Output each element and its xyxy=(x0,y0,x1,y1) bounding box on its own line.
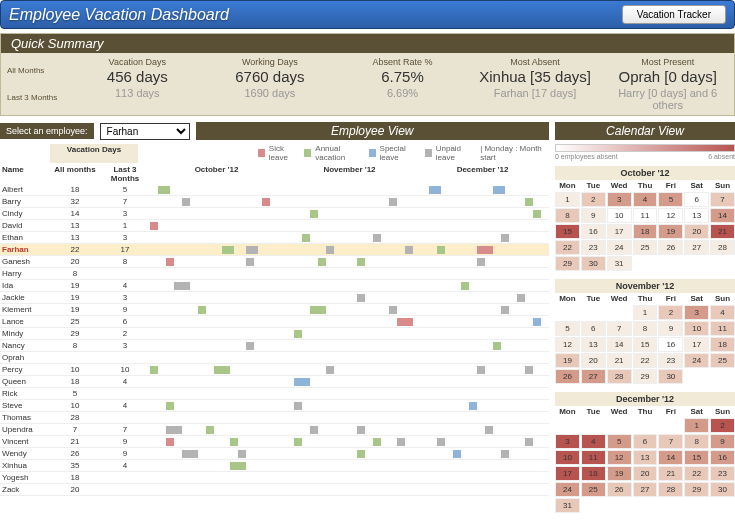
calendar-day[interactable]: 24 xyxy=(555,482,580,497)
calendar-day[interactable]: 17 xyxy=(607,224,632,239)
calendar-day[interactable]: 19 xyxy=(658,224,683,239)
calendar-day[interactable]: 31 xyxy=(555,498,580,513)
calendar-day[interactable]: 10 xyxy=(684,321,709,336)
calendar-day[interactable]: 1 xyxy=(555,192,580,207)
calendar-day[interactable]: 11 xyxy=(581,450,606,465)
calendar-day[interactable]: 16 xyxy=(581,224,606,239)
table-row[interactable]: Lance256 xyxy=(0,316,549,328)
calendar-day[interactable]: 6 xyxy=(684,192,709,207)
employee-select[interactable]: Farhan xyxy=(100,123,190,140)
calendar-day[interactable]: 23 xyxy=(658,353,683,368)
calendar-day[interactable]: 29 xyxy=(684,482,709,497)
calendar-day[interactable]: 26 xyxy=(555,369,580,384)
calendar-day[interactable]: 24 xyxy=(684,353,709,368)
calendar-day[interactable]: 6 xyxy=(581,321,606,336)
calendar-day[interactable]: 30 xyxy=(658,369,683,384)
calendar-day[interactable]: 13 xyxy=(581,337,606,352)
table-row[interactable]: Mindy292 xyxy=(0,328,549,340)
calendar-day[interactable]: 7 xyxy=(658,434,683,449)
calendar-day[interactable]: 21 xyxy=(607,353,632,368)
table-row[interactable]: Klement199 xyxy=(0,304,549,316)
calendar-day[interactable]: 3 xyxy=(555,434,580,449)
calendar-day[interactable]: 20 xyxy=(581,353,606,368)
calendar-day[interactable]: 12 xyxy=(555,337,580,352)
calendar-day[interactable]: 9 xyxy=(658,321,683,336)
table-row[interactable]: Percy1010 xyxy=(0,364,549,376)
calendar-day[interactable]: 7 xyxy=(607,321,632,336)
calendar-day[interactable]: 12 xyxy=(607,450,632,465)
calendar-day[interactable]: 17 xyxy=(555,466,580,481)
calendar-day[interactable]: 5 xyxy=(555,321,580,336)
calendar-day[interactable]: 16 xyxy=(658,337,683,352)
calendar-day[interactable]: 27 xyxy=(633,482,658,497)
calendar-day[interactable]: 19 xyxy=(607,466,632,481)
calendar-day[interactable]: 31 xyxy=(607,256,632,271)
calendar-day[interactable]: 22 xyxy=(684,466,709,481)
calendar-day[interactable]: 30 xyxy=(710,482,735,497)
calendar-day[interactable]: 4 xyxy=(581,434,606,449)
calendar-day[interactable]: 14 xyxy=(607,337,632,352)
calendar-day[interactable]: 27 xyxy=(684,240,709,255)
table-row[interactable]: Cindy143 xyxy=(0,208,549,220)
calendar-day[interactable]: 15 xyxy=(555,224,580,239)
table-row[interactable]: Rick5 xyxy=(0,388,549,400)
calendar-day[interactable]: 23 xyxy=(581,240,606,255)
calendar-day[interactable]: 8 xyxy=(633,321,658,336)
calendar-day[interactable]: 20 xyxy=(633,466,658,481)
table-row[interactable]: Ganesh208 xyxy=(0,256,549,268)
calendar-day[interactable]: 14 xyxy=(658,450,683,465)
calendar-day[interactable]: 5 xyxy=(658,192,683,207)
calendar-day[interactable]: 25 xyxy=(633,240,658,255)
table-row[interactable]: Harry8 xyxy=(0,268,549,280)
calendar-day[interactable]: 26 xyxy=(658,240,683,255)
calendar-day[interactable]: 6 xyxy=(633,434,658,449)
calendar-day[interactable]: 18 xyxy=(581,466,606,481)
calendar-day[interactable]: 27 xyxy=(581,369,606,384)
table-row[interactable]: Zack20 xyxy=(0,484,549,496)
calendar-day[interactable]: 21 xyxy=(710,224,735,239)
table-row[interactable]: Ethan133 xyxy=(0,232,549,244)
table-row[interactable]: Thomas28 xyxy=(0,412,549,424)
table-row[interactable]: Steve104 xyxy=(0,400,549,412)
calendar-day[interactable]: 18 xyxy=(633,224,658,239)
calendar-day[interactable]: 16 xyxy=(710,450,735,465)
calendar-day[interactable]: 25 xyxy=(581,482,606,497)
calendar-day[interactable]: 12 xyxy=(658,208,683,223)
calendar-day[interactable]: 17 xyxy=(684,337,709,352)
calendar-day[interactable]: 18 xyxy=(710,337,735,352)
calendar-day[interactable]: 13 xyxy=(684,208,709,223)
table-row[interactable]: Nancy83 xyxy=(0,340,549,352)
calendar-day[interactable]: 2 xyxy=(710,418,735,433)
calendar-day[interactable]: 29 xyxy=(633,369,658,384)
calendar-day[interactable]: 13 xyxy=(633,450,658,465)
calendar-day[interactable]: 5 xyxy=(607,434,632,449)
table-row[interactable]: Yogesh18 xyxy=(0,472,549,484)
calendar-day[interactable]: 9 xyxy=(581,208,606,223)
calendar-day[interactable]: 4 xyxy=(633,192,658,207)
calendar-day[interactable]: 4 xyxy=(710,305,735,320)
calendar-day[interactable]: 21 xyxy=(658,466,683,481)
calendar-day[interactable]: 8 xyxy=(684,434,709,449)
calendar-day[interactable]: 9 xyxy=(710,434,735,449)
calendar-day[interactable]: 2 xyxy=(581,192,606,207)
calendar-day[interactable]: 24 xyxy=(607,240,632,255)
table-row[interactable]: Albert185 xyxy=(0,184,549,196)
calendar-day[interactable]: 2 xyxy=(658,305,683,320)
table-row[interactable]: Barry327 xyxy=(0,196,549,208)
table-row[interactable]: Wendy269 xyxy=(0,448,549,460)
table-row[interactable]: Upendra77 xyxy=(0,424,549,436)
calendar-day[interactable]: 19 xyxy=(555,353,580,368)
calendar-day[interactable]: 11 xyxy=(633,208,658,223)
calendar-day[interactable]: 25 xyxy=(710,353,735,368)
calendar-day[interactable]: 30 xyxy=(581,256,606,271)
calendar-day[interactable]: 8 xyxy=(555,208,580,223)
table-row[interactable]: Ida194 xyxy=(0,280,549,292)
calendar-day[interactable]: 29 xyxy=(555,256,580,271)
calendar-day[interactable]: 28 xyxy=(710,240,735,255)
calendar-day[interactable]: 14 xyxy=(710,208,735,223)
calendar-day[interactable]: 1 xyxy=(684,418,709,433)
table-row[interactable]: Farhan2217 xyxy=(0,244,549,256)
calendar-day[interactable]: 1 xyxy=(633,305,658,320)
calendar-day[interactable]: 10 xyxy=(607,208,632,223)
calendar-day[interactable]: 28 xyxy=(658,482,683,497)
